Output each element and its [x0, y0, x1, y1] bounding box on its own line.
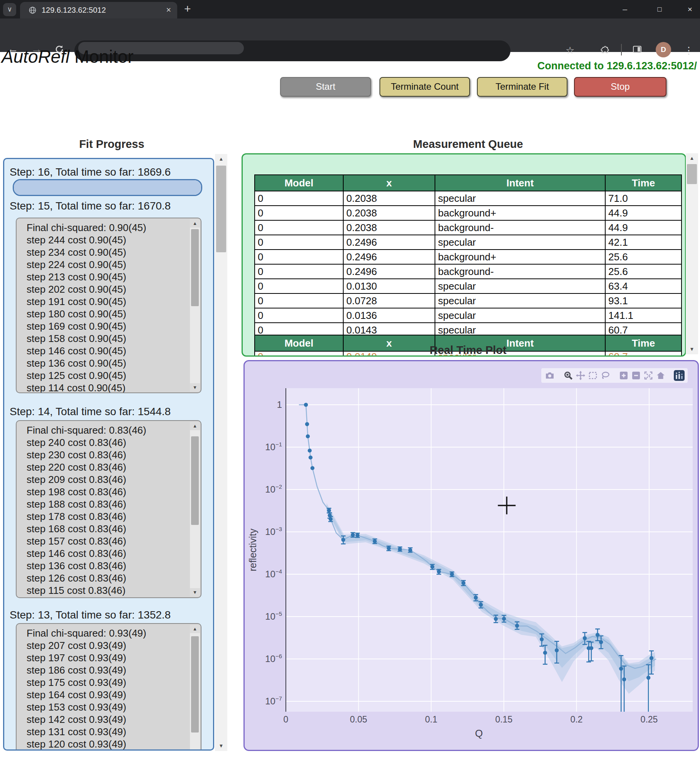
- scroll-thumb[interactable]: [687, 164, 697, 184]
- address-bar[interactable]: [74, 40, 510, 61]
- log-line: step 125 cost 0.90(45): [27, 369, 201, 382]
- log-line: step 188 cost 0.83(46): [27, 498, 201, 510]
- scroll-thumb[interactable]: [191, 229, 199, 306]
- reset-home-icon[interactable]: [655, 369, 667, 382]
- window-maximize-icon[interactable]: □: [650, 2, 670, 17]
- stop-button[interactable]: Stop: [574, 77, 666, 97]
- svg-text:0: 0: [284, 714, 289, 724]
- bookmark-star-icon[interactable]: ☆: [566, 45, 574, 55]
- table-row[interactable]: 00.0136specular141.1: [255, 308, 682, 323]
- svg-text:10−1: 10−1: [265, 441, 282, 452]
- log-line: step 158 cost 0.90(45): [27, 332, 201, 345]
- page-title-autorefl: AutoRefl: [2, 47, 69, 67]
- table-row[interactable]: 00.0728specular93.1: [255, 293, 682, 308]
- table-row[interactable]: 00.2038background-44.9: [255, 220, 682, 235]
- log-scrollbar[interactable]: ▲ ▼: [190, 625, 200, 751]
- log-line: step 146 cost 0.90(45): [27, 345, 201, 357]
- svg-text:10−2: 10−2: [265, 483, 282, 494]
- table-row[interactable]: 00.2038specular71.0: [255, 191, 682, 206]
- log-line: Final chi-squared: 0.90(45): [27, 221, 201, 234]
- col-intent: Intent: [435, 175, 605, 191]
- terminate-fit-button[interactable]: Terminate Fit: [477, 77, 567, 97]
- extensions-puzzle-icon[interactable]: [599, 44, 610, 56]
- log-line: Final chi-squared: 0.83(46): [27, 424, 201, 436]
- measurement-queue-panel: Model x Intent Time 00.2038specular71.00…: [242, 153, 686, 357]
- log-line: step 213 cost 0.90(45): [27, 271, 201, 283]
- step-13-log-box[interactable]: ▲ ▼ Final chi-squared: 0.93(49)step 207 …: [16, 623, 201, 751]
- col-model: Model: [255, 175, 343, 191]
- log-line: step 114 cost 0.90(45): [27, 382, 201, 393]
- tab-close-icon[interactable]: ×: [166, 5, 171, 15]
- log-line: step 197 cost 0.93(49): [27, 652, 201, 664]
- scroll-thumb[interactable]: [216, 166, 226, 252]
- pan-icon[interactable]: [574, 369, 587, 382]
- window-close-icon[interactable]: ×: [680, 2, 700, 17]
- zoom-in-icon[interactable]: [618, 369, 630, 382]
- step-16-label: Step: 16, Total time so far: 1869.6: [10, 166, 171, 178]
- svg-text:10−6: 10−6: [265, 653, 282, 664]
- scroll-up-icon[interactable]: ▲: [190, 625, 200, 633]
- log-line: step 157 cost 0.83(46): [27, 535, 201, 547]
- log-line: step 146 cost 0.83(46): [27, 547, 201, 560]
- scroll-thumb[interactable]: [191, 436, 199, 525]
- log-line: step 168 cost 0.83(46): [27, 523, 201, 535]
- measurement-queue-title: Measurement Queue: [239, 138, 697, 151]
- svg-text:0.15: 0.15: [495, 714, 512, 724]
- plot-modebar: [541, 368, 688, 383]
- zoom-out-icon[interactable]: [630, 369, 642, 382]
- measurement-queue-scrollbar[interactable]: ▲ ▼: [686, 153, 698, 354]
- step-15-log-box[interactable]: ▲ ▼ Final chi-squared: 0.90(45)step 244 …: [16, 218, 201, 393]
- col-x: x: [343, 175, 435, 191]
- log-line: step 126 cost 0.83(46): [27, 572, 201, 584]
- browser-menu-icon[interactable]: ⋮: [684, 45, 694, 55]
- zoom-icon[interactable]: [562, 369, 574, 382]
- start-button[interactable]: Start: [280, 77, 371, 97]
- log-scrollbar[interactable]: ▲ ▼: [190, 219, 200, 392]
- profile-avatar[interactable]: D: [656, 42, 671, 57]
- scroll-down-icon[interactable]: ▼: [190, 588, 200, 597]
- table-row[interactable]: 00.2496background-25.6: [255, 264, 682, 279]
- log-line: step 209 cost 0.83(46): [27, 473, 201, 486]
- window-minimize-icon[interactable]: –: [615, 2, 635, 17]
- reflectivity-chart: 00.050.10.150.20.25110−110−210−310−410−5…: [245, 361, 698, 750]
- log-line: step 244 cost 0.90(45): [27, 234, 201, 246]
- fit-progress-title: Fit Progress: [0, 138, 223, 151]
- log-line: step 178 cost 0.83(46): [27, 510, 201, 523]
- svg-text:0.05: 0.05: [350, 714, 367, 724]
- scroll-up-icon[interactable]: ▲: [686, 154, 698, 163]
- box-select-icon[interactable]: [587, 369, 599, 382]
- step-14-log-box[interactable]: ▲ ▼ Final chi-squared: 0.83(46)step 240 …: [16, 420, 201, 598]
- table-row[interactable]: 00.2496background+25.6: [255, 250, 682, 264]
- scroll-down-icon[interactable]: ▼: [215, 742, 227, 750]
- scroll-thumb[interactable]: [191, 636, 199, 733]
- table-row[interactable]: 00.2496specular42.1: [255, 235, 682, 250]
- real-time-plot-title: Real Time Plot: [239, 344, 697, 357]
- globe-icon: [29, 6, 37, 16]
- lasso-select-icon[interactable]: [599, 369, 611, 382]
- camera-icon[interactable]: [544, 369, 556, 382]
- table-row[interactable]: 00.2038background+44.9: [255, 206, 682, 220]
- new-tab-icon[interactable]: +: [184, 2, 191, 15]
- measurement-queue-table: Model x Intent Time 00.2038specular71.00…: [254, 174, 682, 338]
- col-time: Time: [605, 175, 682, 191]
- log-line: step 136 cost 0.90(45): [27, 357, 201, 369]
- side-panel-icon[interactable]: [632, 44, 643, 56]
- terminate-count-button[interactable]: Terminate Count: [379, 77, 470, 97]
- tab-search-chevron-icon[interactable]: ∨: [3, 3, 16, 16]
- log-line: step 198 cost 0.83(46): [27, 486, 201, 498]
- table-row[interactable]: 00.0130specular63.4: [255, 279, 682, 293]
- browser-tab[interactable]: 129.6.123.62:5012 ×: [20, 2, 177, 18]
- page-title-monitor: Monitor: [69, 47, 133, 67]
- plotly-logo-icon[interactable]: [673, 369, 685, 382]
- scroll-down-icon[interactable]: ▼: [190, 383, 200, 392]
- scroll-up-icon[interactable]: ▲: [215, 155, 227, 163]
- connection-status: Connected to 129.6.123.62:5012/: [537, 60, 697, 72]
- scroll-up-icon[interactable]: ▲: [190, 219, 200, 228]
- autoscale-icon[interactable]: [642, 369, 655, 382]
- log-scrollbar[interactable]: ▲ ▼: [190, 422, 200, 597]
- scroll-up-icon[interactable]: ▲: [190, 422, 200, 430]
- page-title: AutoRefl Monitor: [2, 46, 134, 67]
- tab-title: 129.6.123.62:5012: [42, 6, 106, 15]
- log-line: step 207 cost 0.93(49): [27, 639, 201, 652]
- fit-progress-scrollbar[interactable]: ▲ ▼: [215, 154, 227, 751]
